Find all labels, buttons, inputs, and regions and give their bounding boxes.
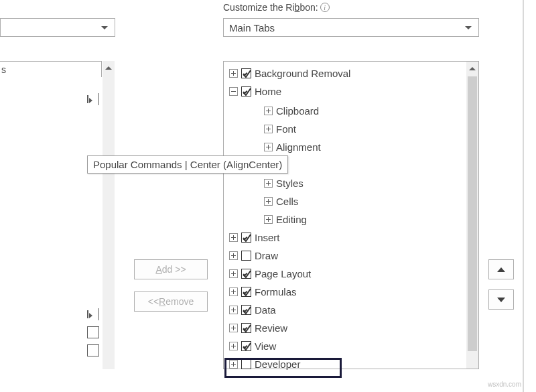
triangle-up-icon [469, 67, 476, 70]
triangle-down-icon [497, 298, 505, 302]
tree-node-data[interactable]: Data [224, 301, 465, 319]
tree-node-label: Data [255, 304, 276, 316]
tree-node-home[interactable]: Home [224, 82, 465, 101]
choose-commands-dropdown[interactable] [0, 18, 115, 37]
checkbox[interactable] [241, 287, 251, 297]
checkbox[interactable] [241, 359, 251, 369]
tree-node-label: Review [255, 322, 287, 334]
chevron-down-icon [97, 20, 112, 35]
tree-node-label: Home [255, 86, 281, 97]
command-icons-group [87, 90, 99, 108]
scroll-up-button[interactable] [103, 62, 115, 74]
command-icon [87, 344, 99, 356]
expand-icon[interactable] [264, 125, 273, 133]
tree-node-label: Editing [276, 214, 307, 225]
tree-node-label: Cells [276, 196, 298, 207]
ribbon-tabs-tree[interactable]: Background RemovalHomeClipboardFontAlign… [223, 61, 479, 369]
expand-icon[interactable] [229, 269, 238, 278]
expand-icon[interactable] [264, 197, 273, 206]
tree-node-label: Developer [255, 358, 300, 370]
expand-icon[interactable] [229, 287, 238, 296]
chevron-down-icon [461, 20, 476, 35]
command-icon [87, 326, 99, 338]
tree-node-view[interactable]: View [224, 337, 465, 355]
collapse-icon[interactable] [229, 87, 238, 96]
tree-node-insert[interactable]: Insert [224, 228, 465, 247]
tree-node-clipboard[interactable]: Clipboard [224, 102, 465, 120]
tree-node-label: Font [276, 123, 296, 135]
scrollbar-thumb[interactable] [468, 76, 477, 351]
checkbox[interactable] [241, 251, 251, 261]
tree-node-label: Styles [276, 178, 304, 189]
dialog-right-border [523, 0, 524, 392]
tree-node-label: Page Layout [255, 268, 311, 279]
customize-ribbon-label: Customize the Ribbon: i [223, 0, 330, 15]
checkbox[interactable] [241, 68, 251, 78]
expand-icon[interactable] [229, 324, 238, 332]
tree-node-developer[interactable]: Developer [224, 355, 465, 373]
tree-node-background-removal[interactable]: Background Removal [224, 64, 465, 82]
tree-node-styles[interactable]: Styles [224, 174, 465, 192]
command-icon [87, 308, 99, 320]
customize-ribbon-value: Main Tabs [229, 22, 461, 34]
tree-node-alignment[interactable]: Alignment [224, 138, 465, 156]
tree-node-label: View [255, 340, 276, 352]
expand-icon[interactable] [264, 215, 273, 224]
tree-node-label: Draw [255, 250, 278, 261]
watermark: wsxdn.com [488, 381, 521, 388]
expand-icon[interactable] [229, 360, 238, 369]
add-button: Add >> [134, 259, 208, 279]
triangle-up-icon [497, 267, 505, 272]
tree-node-label: Alignment [276, 141, 321, 153]
checkbox[interactable] [241, 305, 251, 315]
list-item[interactable]: s [0, 61, 102, 77]
move-up-button[interactable] [488, 259, 514, 279]
customize-ribbon-label-text: Customize the Ribbon: [223, 2, 318, 13]
tree-node-formulas[interactable]: Formulas [224, 283, 465, 301]
expand-icon[interactable] [229, 69, 238, 78]
customize-ribbon-dropdown[interactable]: Main Tabs [223, 18, 479, 37]
scroll-up-button[interactable] [466, 62, 478, 74]
tree-node-draw[interactable]: Draw [224, 247, 465, 265]
command-icons-group-2 [87, 305, 99, 359]
tree-node-font[interactable]: Font [224, 120, 465, 138]
move-down-button[interactable] [488, 289, 514, 310]
expand-icon[interactable] [229, 342, 238, 350]
triangle-up-icon [105, 66, 112, 70]
tree-node-review[interactable]: Review [224, 319, 465, 337]
tree-node-label: Insert [255, 232, 280, 243]
tree-node-page-layout[interactable]: Page Layout [224, 265, 465, 283]
tree-node-label: Formulas [255, 286, 297, 298]
tree-node-label: Clipboard [276, 105, 319, 117]
expand-icon[interactable] [229, 233, 238, 242]
info-icon[interactable]: i [320, 3, 330, 12]
checkbox[interactable] [241, 86, 251, 96]
remove-button: << Remove [134, 291, 208, 312]
expand-icon[interactable] [229, 251, 238, 260]
checkbox[interactable] [241, 341, 251, 351]
scrollbar-track[interactable] [103, 61, 115, 369]
expand-icon[interactable] [229, 306, 238, 314]
expand-icon[interactable] [264, 107, 273, 115]
checkbox[interactable] [241, 233, 251, 243]
increase-indent-icon [87, 93, 99, 105]
tree-node-cells[interactable]: Cells [224, 192, 465, 210]
expand-icon[interactable] [264, 143, 273, 151]
command-tooltip: Popular Commands | Center (AlignCenter) [87, 155, 288, 174]
expand-icon[interactable] [264, 179, 273, 188]
tree-node-editing[interactable]: Editing [224, 210, 465, 228]
checkbox[interactable] [241, 323, 251, 333]
tree-node-label: Background Removal [255, 68, 350, 79]
checkbox[interactable] [241, 269, 251, 279]
